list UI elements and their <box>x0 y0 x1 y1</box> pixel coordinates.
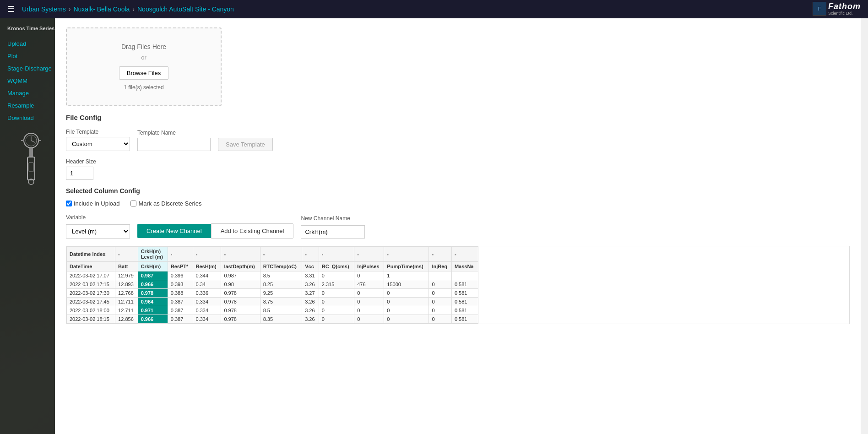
table-cell: 0.978 <box>221 315 260 324</box>
menu-icon[interactable]: ☰ <box>7 4 15 14</box>
th-respt[interactable]: ResPT* <box>168 262 193 271</box>
table-cell: 0.393 <box>168 280 193 289</box>
th-dash-5[interactable]: - <box>221 247 260 262</box>
table-cell: 3.26 <box>302 298 319 306</box>
add-existing-channel-button[interactable]: Add to Existing Channel <box>211 223 294 239</box>
mark-discrete-label[interactable]: Mark as Discrete Series <box>130 200 201 207</box>
th-dash-12[interactable]: - <box>451 247 478 262</box>
table-cell: 0.334 <box>193 315 221 324</box>
table-cell: 0.581 <box>451 306 478 315</box>
table-cell: 0.987 <box>138 271 168 280</box>
browse-files-button[interactable]: Browse Files <box>119 66 168 80</box>
th-rcq[interactable]: RC_Q(cms) <box>319 262 354 271</box>
th-dash-6[interactable]: - <box>260 247 302 262</box>
table-cell: 12.979 <box>115 271 138 280</box>
table-cell: 0 <box>319 289 354 298</box>
th-lastdepth[interactable]: lastDepth(m) <box>221 262 260 271</box>
th-resh[interactable]: ResH(m) <box>193 262 221 271</box>
file-config-title: File Config <box>66 114 850 121</box>
th-dash-4[interactable]: - <box>193 247 221 262</box>
th-vcc[interactable]: Vcc <box>302 262 319 271</box>
table-cell: 8.75 <box>260 298 302 306</box>
table-cell: 0 <box>429 280 452 289</box>
table-row: 2022-03-02 17:1512.8930.9660.3930.340.98… <box>67 280 478 289</box>
template-name-input[interactable] <box>137 138 211 151</box>
create-new-channel-button[interactable]: Create New Channel <box>137 224 211 238</box>
th-crkh[interactable]: CrkH(m) <box>138 262 168 271</box>
file-drop-zone[interactable]: Drag Files Here or Browse Files 1 file(s… <box>66 27 222 106</box>
th-batt[interactable]: Batt <box>115 262 138 271</box>
th-rtctemp[interactable]: RTCTemp(oC) <box>260 262 302 271</box>
table-cell: 8.25 <box>260 280 302 289</box>
table-cell: 0 <box>354 298 384 306</box>
th-pumptime[interactable]: PumpTime(ms) <box>384 262 429 271</box>
breadcrumb-item-3[interactable]: Noosgulch AutoSalt Site - Canyon <box>137 5 234 13</box>
table-cell: 1 <box>384 271 429 280</box>
th-datetime[interactable]: DateTime <box>67 262 115 271</box>
table-row: 2022-03-02 17:0712.9790.9870.3960.3440.9… <box>67 271 478 280</box>
sidebar-item-upload[interactable]: Upload <box>7 40 55 47</box>
variable-channel-row: Variable Level (m) Create New Channel Ad… <box>66 214 850 239</box>
table-cell: 0.387 <box>168 298 193 306</box>
sidebar-item-resample[interactable]: Resample <box>7 102 55 109</box>
table-cell: 3.26 <box>302 306 319 315</box>
table-cell: 0 <box>354 289 384 298</box>
breadcrumb-item-2[interactable]: Nuxalk- Bella Coola <box>73 5 130 13</box>
mark-discrete-checkbox[interactable] <box>130 201 136 206</box>
table-cell: 0 <box>354 271 384 280</box>
table-cell: 0.581 <box>451 289 478 298</box>
breadcrumb-sep-1: › <box>69 5 71 13</box>
breadcrumb-item-1[interactable]: Urban Systems <box>22 5 66 13</box>
new-channel-group: New Channel Name <box>301 215 365 239</box>
sidebar-item-wqmm[interactable]: WQMM <box>7 77 55 84</box>
table-cell: 8.5 <box>260 271 302 280</box>
th-datetime-index[interactable]: Datetime Index <box>67 247 115 262</box>
th-dash-11[interactable]: - <box>429 247 452 262</box>
new-channel-name-input[interactable] <box>301 225 365 239</box>
th-dash-1[interactable]: - <box>115 247 138 262</box>
th-dash-3[interactable]: - <box>168 247 193 262</box>
th-dash-10[interactable]: - <box>384 247 429 262</box>
sidebar-title: Kronos Time Series <box>7 26 55 31</box>
header-size-input[interactable] <box>66 167 93 180</box>
table-cell: 0 <box>384 315 429 324</box>
th-dash-8[interactable]: - <box>319 247 354 262</box>
table-cell: 0 <box>354 306 384 315</box>
sidebar-item-manage[interactable]: Manage <box>7 90 55 97</box>
th-injpulses[interactable]: InjPulses <box>354 262 384 271</box>
table-cell: 0.344 <box>193 271 221 280</box>
variable-select[interactable]: Level (m) <box>66 224 130 239</box>
save-template-button[interactable]: Save Template <box>218 138 273 151</box>
include-upload-text: Include in Upload <box>74 200 119 207</box>
svg-rect-6 <box>29 148 33 157</box>
table-row: 2022-03-02 17:4512.7110.9640.3870.3340.9… <box>67 298 478 306</box>
file-config-row: File Template Custom Template Name Save … <box>66 129 850 151</box>
table-cell: 3.31 <box>302 271 319 280</box>
svg-rect-8 <box>29 163 33 172</box>
table-cell <box>429 271 452 280</box>
file-template-select[interactable]: Custom <box>66 137 130 151</box>
include-upload-checkbox[interactable] <box>66 201 72 206</box>
sidebar-item-stage-discharge[interactable]: Stage-Discharge <box>7 65 55 72</box>
table-cell: 0.387 <box>168 306 193 315</box>
table-cell: 0 <box>429 298 452 306</box>
th-injreq[interactable]: InjReq <box>429 262 452 271</box>
checkbox-row: Include in Upload Mark as Discrete Serie… <box>66 200 850 207</box>
table-body: 2022-03-02 17:0712.9790.9870.3960.3440.9… <box>67 271 478 324</box>
main-panel: Drag Files Here or Browse Files 1 file(s… <box>55 18 861 434</box>
table-cell: 2022-03-02 18:00 <box>67 306 115 315</box>
sidebar-item-plot[interactable]: Plot <box>7 53 55 60</box>
table-cell: 8.35 <box>260 315 302 324</box>
data-table-wrapper[interactable]: Datetime Index - CrkH(m)Level (m) - - - … <box>66 246 850 324</box>
th-massna[interactable]: MassNa <box>451 262 478 271</box>
th-dash-7[interactable]: - <box>302 247 319 262</box>
table-cell: 0 <box>429 289 452 298</box>
scrollbar-track[interactable] <box>861 18 868 434</box>
include-upload-label[interactable]: Include in Upload <box>66 200 119 207</box>
table-cell: 0 <box>319 271 354 280</box>
breadcrumb-sep-2: › <box>132 5 135 13</box>
th-dash-9[interactable]: - <box>354 247 384 262</box>
th-crkh-level[interactable]: CrkH(m)Level (m) <box>138 247 168 262</box>
table-cell: 0 <box>319 306 354 315</box>
sidebar-item-download[interactable]: Download <box>7 114 55 121</box>
